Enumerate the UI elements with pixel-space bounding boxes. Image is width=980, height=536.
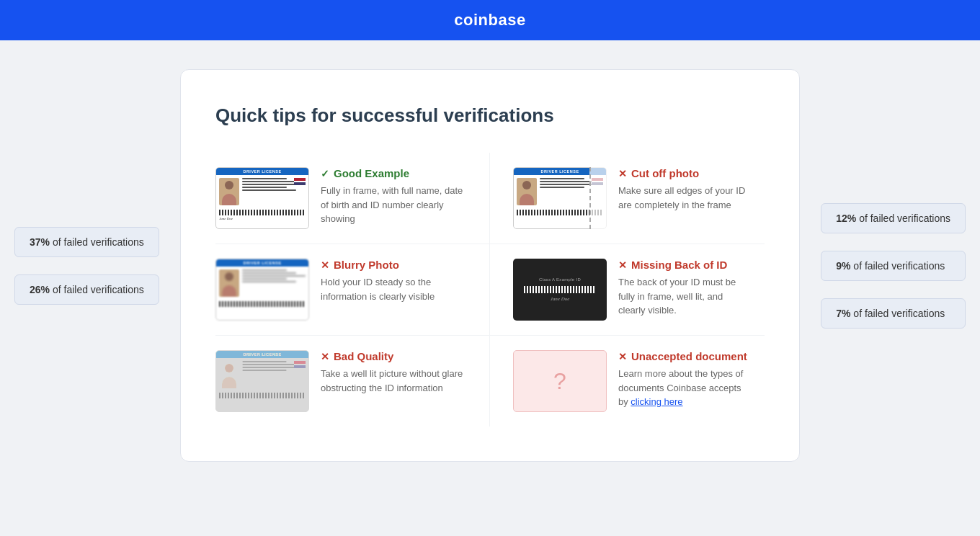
tips-grid: DRIVER LICENSE: [215, 153, 765, 426]
right-badge-2-percent: 9%: [836, 260, 850, 272]
id-barcode-3: [219, 301, 306, 307]
tip-content-missing: ✕ Missing Back of ID The back of your ID…: [618, 259, 747, 318]
tip-bad-quality: DRIVER LICENSE: [215, 336, 490, 426]
tip-content-good: ✓ Good Example Fully in frame, with full…: [321, 167, 466, 226]
id-photo-2: [517, 178, 537, 205]
tip-unaccepted: ? ✕ Unaccepted document Learn more about…: [490, 336, 765, 426]
id-photo-5: [219, 361, 239, 388]
tip-content-cutoff: ✕ Cut off photo Make sure all edges of y…: [618, 167, 747, 212]
tip-status-blurry: ✕ Blurry Photo: [321, 259, 466, 271]
right-badge-2-label: of failed verifications: [853, 260, 945, 272]
id-card-header-3: DRIVER LICENSE: [216, 259, 308, 267]
right-badge-3-label: of failed verifications: [853, 308, 945, 319]
id-info-5: [242, 361, 306, 388]
id-card-unaccepted-wrapper: ?: [513, 350, 607, 412]
check-icon: ✓: [321, 168, 329, 179]
tip-desc-missing: The back of your ID must be fully in fra…: [618, 275, 747, 318]
tip-content-blurry: ✕ Blurry Photo Hold your ID steady so th…: [321, 259, 466, 303]
tip-status-cutoff: ✕ Cut off photo: [618, 167, 747, 179]
left-badge-2: 26% of failed verifications: [14, 274, 159, 305]
left-badge-1-label: of failed verifications: [53, 236, 144, 248]
id-card-blurry-wrapper: DRIVER LICENSE: [215, 259, 309, 321]
barcode-back: [524, 286, 596, 293]
id-card-header-1: DRIVER LICENSE: [216, 168, 308, 175]
id-card-blurry: DRIVER LICENSE: [215, 259, 309, 321]
tip-label-unaccepted: Unaccepted document: [631, 350, 747, 362]
tip-label-missing: Missing Back of ID: [631, 259, 727, 271]
id-flag-1: [294, 178, 306, 185]
right-badge-1: 12% of failed verifications: [821, 203, 966, 233]
card-title: Quick tips for successful verifications: [215, 104, 765, 127]
right-badge-1-label: of failed verifications: [859, 213, 950, 224]
right-badge-1-percent: 12%: [836, 213, 856, 224]
left-badge-2-label: of failed verifications: [53, 284, 144, 295]
left-badges: 37% of failed verifications 26% of faile…: [14, 227, 159, 305]
signature-back: Jane Doe: [551, 296, 570, 302]
right-badge-2: 9% of failed verifications: [821, 251, 966, 281]
tip-status-good: ✓ Good Example: [321, 167, 466, 179]
tip-cutoff: DRIVER LICENSE: [490, 153, 765, 244]
left-badge-1-percent: 37%: [30, 236, 50, 248]
id-card-cutoff-wrapper: DRIVER LICENSE: [513, 167, 607, 229]
tip-label-bad: Bad Quality: [334, 350, 393, 362]
id-card-normal: DRIVER LICENSE: [215, 167, 309, 229]
id-card-bad-wrapper: DRIVER LICENSE: [215, 350, 309, 412]
main-content: 37% of failed verifications 26% of faile…: [0, 40, 980, 491]
id-card-body-3: [216, 267, 308, 300]
question-mark-icon: ?: [553, 368, 566, 395]
tip-desc-good: Fully in frame, with full name, date of …: [321, 184, 466, 226]
x-icon-cutoff: ✕: [618, 168, 627, 179]
tip-label-good: Good Example: [334, 167, 409, 179]
id-photo-1: [219, 178, 239, 205]
tip-desc-unaccepted: Learn more about the types of documents …: [618, 367, 747, 409]
clicking-here-link[interactable]: clicking here: [631, 396, 682, 407]
tip-desc-blurry: Hold your ID steady so the information i…: [321, 275, 466, 303]
id-card-missing: Class A Example ID Jane Doe: [513, 259, 607, 321]
tip-desc-bad: Take a well lit picture without glare ob…: [321, 367, 466, 395]
id-barcode-1: [219, 210, 306, 215]
tips-card: Quick tips for successful verifications …: [180, 69, 800, 462]
id-line-5: [242, 189, 296, 191]
id-flag-5: [294, 361, 306, 368]
tip-label-cutoff: Cut off photo: [631, 167, 699, 179]
id-photo-3: [219, 269, 239, 297]
id-card-good: DRIVER LICENSE: [215, 167, 309, 229]
id-line-1: [242, 178, 287, 179]
id-card-bad: DRIVER LICENSE: [215, 350, 309, 412]
tip-good-example: DRIVER LICENSE: [215, 153, 490, 244]
id-line-4: [242, 187, 287, 188]
tip-status-unaccepted: ✕ Unaccepted document: [618, 350, 747, 362]
tip-content-unaccepted: ✕ Unaccepted document Learn more about t…: [618, 350, 747, 409]
cutoff-overlay: [589, 167, 607, 229]
tip-desc-cutoff: Make sure all edges of your ID are compl…: [618, 184, 747, 212]
tip-blurry: DRIVER LICENSE: [215, 244, 490, 336]
id-signature-1: Jane Doe: [219, 217, 306, 220]
right-badges: 12% of failed verifications 9% of failed…: [821, 203, 966, 329]
id-info-1: [242, 178, 306, 205]
x-icon-unaccepted: ✕: [618, 351, 627, 362]
x-icon-blurry: ✕: [321, 259, 329, 271]
app-header: coinbase: [0, 0, 980, 40]
id-card-missing-wrapper: Class A Example ID Jane Doe: [513, 259, 607, 321]
id-card-body-5: [216, 358, 308, 391]
id-card-body-1: [216, 175, 308, 208]
tip-status-missing: ✕ Missing Back of ID: [618, 259, 747, 271]
id-info-3: [242, 269, 306, 297]
right-badge-3-percent: 7%: [836, 308, 850, 319]
id-barcode-5: [219, 393, 306, 398]
left-badge-2-percent: 26%: [30, 284, 50, 295]
id-card-header-5: DRIVER LICENSE: [216, 351, 308, 358]
coinbase-logo: coinbase: [454, 11, 525, 30]
right-badge-3: 7% of failed verifications: [821, 298, 966, 329]
tip-status-bad: ✕ Bad Quality: [321, 350, 466, 362]
id-card-unaccepted: ?: [513, 350, 607, 412]
tip-label-blurry: Blurry Photo: [334, 259, 399, 271]
id-line-2: [242, 181, 296, 182]
tip-missing-back: Class A Example ID Jane Doe ✕ Missing Ba…: [490, 244, 765, 336]
x-icon-bad: ✕: [321, 351, 329, 362]
back-text: Class A Example ID: [539, 277, 581, 282]
left-badge-1: 37% of failed verifications: [14, 227, 159, 257]
tip-content-bad: ✕ Bad Quality Take a well lit picture wi…: [321, 350, 466, 395]
x-icon-missing: ✕: [618, 259, 627, 271]
